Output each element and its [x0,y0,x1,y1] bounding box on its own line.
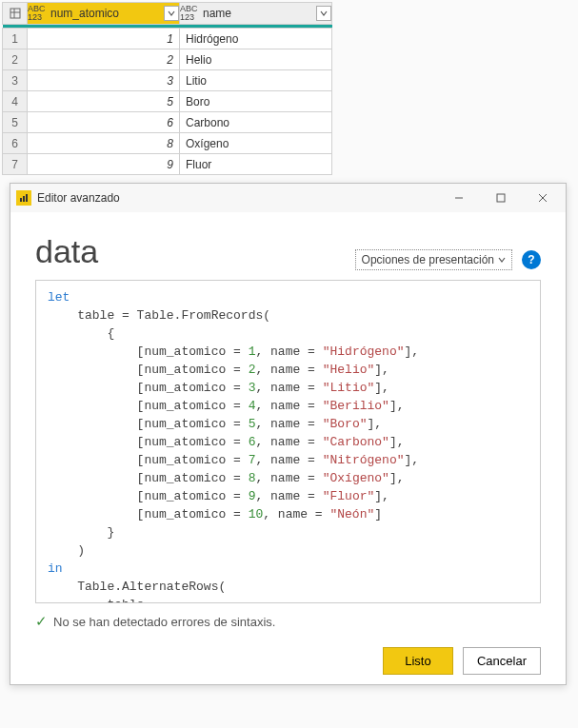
row-index[interactable]: 7 [3,154,28,175]
table-row[interactable]: 33Litio [3,70,332,91]
done-label: Listo [405,654,430,668]
column-header-name[interactable]: ABC123 name [180,3,332,25]
cell-name[interactable]: Helio [180,49,332,70]
cell-num-atomico[interactable]: 6 [28,112,180,133]
row-index[interactable]: 6 [3,133,28,154]
help-label: ? [528,253,534,266]
cell-num-atomico[interactable]: 8 [28,133,180,154]
table-row[interactable]: 68Oxígeno [3,133,332,154]
table-row[interactable]: 22Helio [3,49,332,70]
done-button[interactable]: Listo [383,647,453,675]
table-row[interactable]: 45Boro [3,91,332,112]
presentation-options-dropdown[interactable]: Opciones de presentación [355,249,512,270]
help-button[interactable]: ? [522,250,541,269]
svg-rect-0 [10,9,20,18]
preview-table: ABC123 num_atomico ABC123 name 11Hidr [2,2,332,175]
row-index[interactable]: 3 [3,70,28,91]
cell-num-atomico[interactable]: 9 [28,154,180,175]
window-close-button[interactable] [522,184,564,212]
chevron-down-icon [168,10,175,17]
column-filter-dropdown[interactable] [164,6,179,21]
row-index[interactable]: 4 [3,91,28,112]
cell-name[interactable]: Fluor [180,154,332,175]
close-icon [538,193,548,203]
column-filter-dropdown[interactable] [316,6,331,21]
datatype-icon: ABC123 [180,5,199,22]
datatype-icon: ABC123 [28,5,47,22]
maximize-icon [496,193,506,203]
cell-num-atomico[interactable]: 3 [28,70,180,91]
check-icon: ✓ [35,613,48,630]
row-index[interactable]: 2 [3,49,28,70]
cell-name[interactable]: Hidrógeno [180,29,332,49]
row-index[interactable]: 1 [3,29,28,49]
code-editor[interactable]: let table = Table.FromRecords( { [num_at… [35,280,541,603]
cell-name[interactable]: Carbono [180,112,332,133]
svg-rect-5 [26,194,28,202]
table-row[interactable]: 79Fluor [3,154,332,175]
column-header-num-atomico[interactable]: ABC123 num_atomico [28,3,180,25]
table-row[interactable]: 56Carbono [3,112,332,133]
chevron-down-icon [498,256,506,264]
table-corner[interactable] [3,3,28,25]
cell-num-atomico[interactable]: 5 [28,91,180,112]
syntax-status: ✓ No se han detectado errores de sintaxi… [35,613,541,630]
cancel-label: Cancelar [477,654,527,668]
column-name: name [203,7,231,20]
row-index[interactable]: 5 [3,112,28,133]
powerbi-icon [19,193,29,203]
cell-name[interactable]: Litio [180,70,332,91]
cell-num-atomico[interactable]: 1 [28,29,180,49]
cell-num-atomico[interactable]: 2 [28,49,180,70]
cell-name[interactable]: Oxígeno [180,133,332,154]
svg-rect-3 [20,198,22,202]
table-row[interactable]: 11Hidrógeno [3,29,332,49]
window-title: Editor avanzado [37,191,120,205]
chevron-down-icon [320,10,328,17]
window-minimize-button[interactable] [438,184,480,212]
svg-rect-7 [497,194,505,202]
cell-name[interactable]: Boro [180,91,332,112]
titlebar[interactable]: Editor avanzado [10,184,566,212]
column-name: num_atomico [50,7,119,20]
advanced-editor-window: Editor avanzado data Opciones de present… [10,183,567,685]
query-name: data [35,233,98,270]
table-icon [10,8,21,19]
app-icon [16,190,31,206]
presentation-options-label: Opciones de presentación [362,253,494,266]
svg-rect-4 [23,196,25,202]
cancel-button[interactable]: Cancelar [463,647,541,675]
minimize-icon [454,193,464,203]
status-text: No se han detectado errores de sintaxis. [53,615,275,629]
window-maximize-button[interactable] [480,184,522,212]
